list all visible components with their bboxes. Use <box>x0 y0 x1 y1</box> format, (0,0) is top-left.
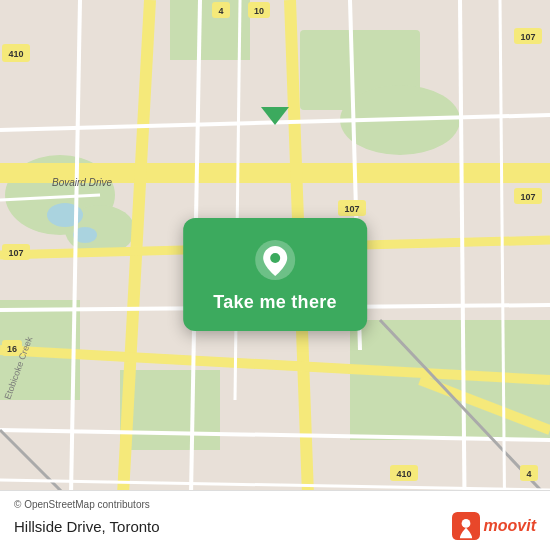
svg-point-58 <box>270 253 280 263</box>
svg-point-60 <box>461 519 470 528</box>
location-name: Hillside Drive, Toronto <box>14 518 160 535</box>
svg-text:107: 107 <box>344 204 359 214</box>
bottom-bar: © OpenStreetMap contributors Hillside Dr… <box>0 490 550 550</box>
svg-text:107: 107 <box>520 192 535 202</box>
svg-text:4: 4 <box>526 469 531 479</box>
moovit-text: moovit <box>484 517 536 535</box>
svg-text:107: 107 <box>520 32 535 42</box>
svg-text:107: 107 <box>8 248 23 258</box>
svg-text:4: 4 <box>218 6 223 16</box>
map-container: 410 4 10 107 107 107 107 16 16 410 410 <box>0 0 550 550</box>
map-attribution: © OpenStreetMap contributors <box>14 499 536 510</box>
take-me-there-button[interactable]: Take me there <box>213 292 337 313</box>
moovit-icon <box>452 512 480 540</box>
svg-text:410: 410 <box>396 469 411 479</box>
moovit-logo: moovit <box>452 512 536 540</box>
popup-card: Take me there <box>183 218 367 331</box>
svg-text:10: 10 <box>254 6 264 16</box>
svg-text:Bovaird Drive: Bovaird Drive <box>52 177 112 188</box>
svg-text:16: 16 <box>7 344 17 354</box>
location-pin-icon <box>253 238 297 282</box>
popup-tail <box>261 107 289 125</box>
svg-text:410: 410 <box>8 49 23 59</box>
popup-wrapper: Take me there <box>261 108 289 125</box>
